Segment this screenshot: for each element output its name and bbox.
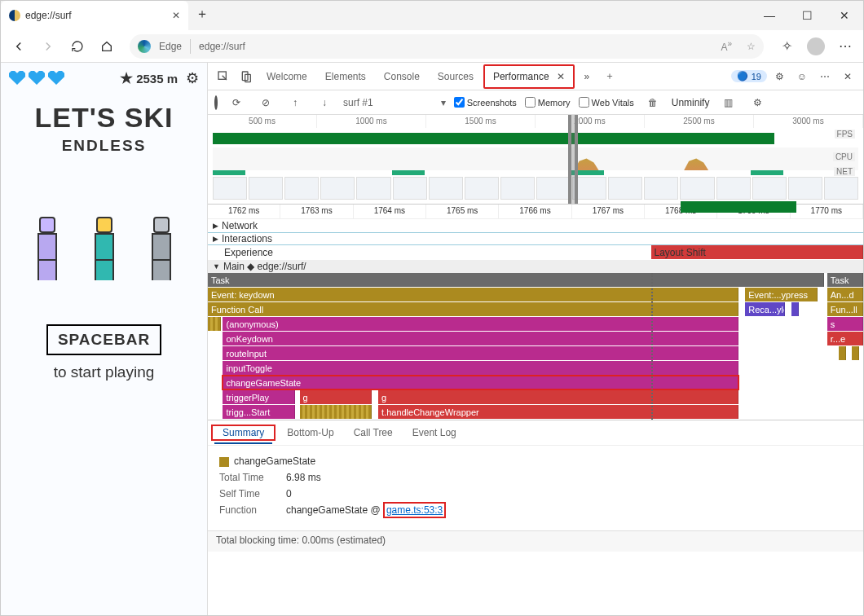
memory-checkbox[interactable]: Memory (525, 97, 571, 108)
bar-triggstart[interactable]: trigg...Start (223, 405, 294, 419)
tab-performance[interactable]: Performance ✕ (483, 64, 575, 89)
layout-shift-bar[interactable]: Layout Shift (651, 245, 864, 259)
flame-chart[interactable]: Task Task Event: keydown Event:...ypress… (208, 273, 863, 420)
close-devtools-icon[interactable]: ✕ (837, 66, 858, 87)
more-button[interactable]: ⋯ (832, 33, 858, 59)
copilot-button[interactable]: ✧ (774, 33, 800, 59)
skier-option-selected[interactable] (90, 217, 118, 282)
flame-tracks[interactable]: ▶Network ▶Interactions Experience Layout… (208, 219, 863, 420)
bar-event-keydown[interactable]: Event: keydown (208, 288, 738, 301)
detail-tabs: Summary Bottom-Up Call Tree Event Log (208, 420, 863, 446)
webvitals-checkbox[interactable]: Web Vitals (579, 97, 634, 108)
overview-ruler: 500 ms 1000 ms 1500 ms 2000 ms 2500 ms 3… (208, 115, 863, 128)
tab-welcome[interactable]: Welcome (258, 66, 315, 87)
skier-option[interactable] (148, 217, 175, 282)
new-tab-button[interactable]: ＋ (188, 1, 216, 27)
track-network[interactable]: ▶Network (208, 219, 863, 232)
bar-handlechange[interactable]: t.handleChangeWrapper (378, 405, 738, 419)
minimize-button[interactable]: — (751, 1, 788, 30)
forward-button[interactable] (35, 33, 61, 59)
bar-tiny[interactable] (839, 346, 846, 360)
unminify-label[interactable]: Unminify (672, 97, 710, 108)
summary-fn: changeGameState (219, 455, 852, 467)
heart-icon (48, 71, 64, 86)
profile-button[interactable] (803, 33, 829, 59)
tab-strip: edge://surf ✕ ＋ (1, 1, 216, 30)
profile-dropdown[interactable]: surf #1▾ (343, 97, 446, 108)
bar-recalc[interactable]: Reca...yle (745, 302, 784, 316)
screenshots-checkbox[interactable]: Screenshots (454, 97, 517, 108)
inspect-icon[interactable] (213, 66, 234, 87)
bar-changegamestate[interactable]: changeGameState (223, 376, 738, 389)
home-button[interactable] (94, 33, 120, 59)
overview-selection-handle[interactable] (568, 115, 578, 204)
issues-indicator[interactable]: 🔵19 (731, 70, 767, 82)
close-window-button[interactable]: ✕ (826, 1, 863, 30)
bar-anonymous[interactable]: (anonymous) (223, 317, 738, 331)
bar-task[interactable]: Task (208, 273, 824, 287)
device-icon[interactable] (236, 66, 257, 87)
blocking-footer: Total blocking time: 0.00ms (estimated) (208, 530, 863, 552)
bar-function-call[interactable]: Function Call (208, 302, 738, 316)
save-down-icon[interactable]: ↓ (314, 92, 335, 113)
more-tabs-icon[interactable]: » (576, 66, 597, 87)
bar-tiny[interactable] (852, 346, 859, 360)
track-experience: Experience Layout Shift (208, 245, 863, 260)
load-up-icon[interactable]: ↑ (284, 92, 306, 113)
bar-onkeydown[interactable]: onKeydown (223, 332, 738, 345)
tab-console[interactable]: Console (376, 66, 428, 87)
browser-tab[interactable]: edge://surf ✕ (1, 1, 188, 30)
perf-toolbar: ⟳ ⊘ ↑ ↓ surf #1▾ Screenshots Memory Web … (208, 90, 863, 115)
add-tab-icon[interactable]: ＋ (599, 66, 620, 87)
more-icon[interactable]: ⋯ (814, 66, 835, 87)
bar-stripes[interactable] (300, 405, 372, 419)
close-panel-icon[interactable]: ✕ (557, 71, 565, 82)
bar-routeinput[interactable]: routeInput (223, 346, 738, 360)
titlebar: edge://surf ✕ ＋ — ☐ ✕ (1, 1, 863, 30)
settings-icon[interactable]: ⚙ (186, 69, 199, 87)
trash-icon[interactable]: 🗑 (642, 92, 663, 113)
tracks-icon[interactable]: ▥ (717, 92, 738, 113)
favorite-icon[interactable]: ☆ (747, 41, 756, 52)
reload-button[interactable] (64, 33, 90, 59)
reload-record-icon[interactable]: ⟳ (226, 92, 247, 113)
track-interactions[interactable]: ▶Interactions (208, 232, 863, 245)
tab-bottomup[interactable]: Bottom-Up (279, 423, 342, 442)
tab-calltree[interactable]: Call Tree (346, 423, 401, 442)
tab-eventlog[interactable]: Event Log (404, 423, 465, 442)
reader-icon[interactable]: A» (721, 39, 732, 53)
clear-icon[interactable]: ⊘ (255, 92, 276, 113)
bar-stripes[interactable] (208, 317, 221, 331)
tab-summary[interactable]: Summary (214, 423, 272, 444)
address-row: Edge edge://surf A» ☆ ✧ ⋯ (1, 30, 863, 63)
spacebar-key[interactable]: SPACEBAR (46, 324, 161, 355)
bar-task[interactable]: Task (827, 273, 863, 287)
skier-option[interactable] (33, 217, 61, 282)
settings-icon[interactable]: ⚙ (769, 66, 790, 87)
source-link[interactable]: game.ts:53:3 (386, 504, 443, 516)
address-bar[interactable]: Edge edge://surf A» ☆ (130, 34, 764, 59)
record-button[interactable] (214, 97, 218, 108)
track-main[interactable]: ▼Main ◆ edge://surf/ (208, 260, 863, 273)
edge-logo-icon (138, 40, 151, 53)
bar-g[interactable]: g (300, 390, 372, 404)
perf-settings-icon[interactable]: ⚙ (747, 92, 768, 113)
bar-re[interactable]: r...e (827, 332, 863, 345)
back-button[interactable] (6, 33, 32, 59)
bar-funll[interactable]: Fun...ll (827, 302, 863, 316)
bar-inputtoggle[interactable]: inputToggle (223, 361, 738, 375)
tab-title: edge://surf (25, 10, 72, 21)
bar-g[interactable]: g (378, 390, 738, 404)
bar-event-keypress[interactable]: Event:...ypress (745, 288, 817, 301)
maximize-button[interactable]: ☐ (788, 1, 826, 30)
tab-sources[interactable]: Sources (430, 66, 482, 87)
bar-s[interactable]: s (827, 317, 863, 331)
feedback-icon[interactable]: ☺ (791, 66, 813, 87)
close-tab-icon[interactable]: ✕ (172, 10, 180, 21)
overview[interactable]: 500 ms 1000 ms 1500 ms 2000 ms 2500 ms 3… (208, 115, 863, 205)
bar-violet[interactable] (791, 302, 799, 316)
bar-triggerplay[interactable]: triggerPlay (223, 390, 294, 404)
tab-elements[interactable]: Elements (317, 66, 374, 87)
game-title: LET'S SKI (34, 102, 173, 134)
bar-and[interactable]: An...d (827, 288, 863, 301)
